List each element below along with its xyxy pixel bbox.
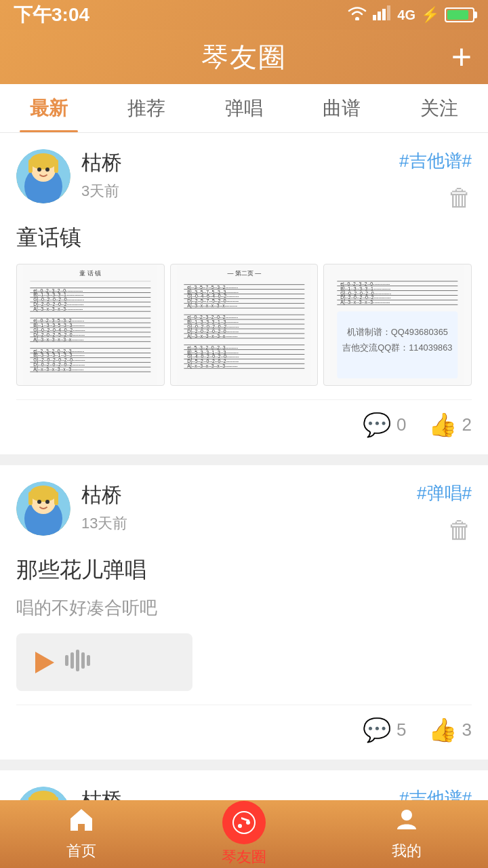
comment-icon: 💬 bbox=[363, 411, 391, 438]
svg-rect-103 bbox=[28, 492, 33, 505]
tab-bar: 最新 推荐 弹唱 曲谱 关注 bbox=[0, 84, 488, 133]
play-button[interactable] bbox=[35, 652, 54, 673]
svg-rect-9 bbox=[28, 159, 33, 173]
post-2-username[interactable]: 枯桥 bbox=[81, 481, 417, 509]
svg-rect-104 bbox=[54, 492, 58, 505]
post-1-footer: 💬 0 👍 2 bbox=[16, 399, 472, 438]
comment-icon-2: 💬 bbox=[363, 716, 391, 743]
svg-point-136 bbox=[233, 812, 255, 833]
status-time: 下午3:04 bbox=[14, 2, 89, 28]
signal-icon bbox=[373, 5, 392, 24]
post-2-time: 13天前 bbox=[81, 513, 417, 534]
person-icon bbox=[394, 808, 419, 838]
post-1-delete[interactable]: 🗑 bbox=[447, 184, 472, 212]
post-1-comments[interactable]: 💬 0 bbox=[363, 411, 406, 438]
svg-text:A|--3--x--3--x--3--x--------: A|--3--x--3--x--3--x-------- bbox=[33, 337, 83, 342]
sheet-img-2[interactable]: — 第二页 — e|--3--5--7--5--3--2-------- B|-… bbox=[170, 264, 319, 386]
tab-play[interactable]: 弹唱 bbox=[195, 84, 293, 132]
avatar-1[interactable] bbox=[16, 149, 70, 203]
svg-text:A|--3--x--3--x--3-----------: A|--3--x--3--x--3----------- bbox=[341, 300, 390, 305]
svg-rect-2 bbox=[378, 12, 381, 20]
post-2-user-info: 枯桥 13天前 bbox=[81, 481, 417, 534]
svg-rect-107 bbox=[65, 655, 68, 666]
sheet-img-1[interactable]: 童 话 镇 e|--0--2--3--2--0----------- B|--1… bbox=[16, 264, 165, 386]
svg-rect-110 bbox=[81, 652, 85, 669]
svg-rect-109 bbox=[76, 650, 79, 671]
post-1-tag[interactable]: #吉他谱# bbox=[399, 149, 472, 173]
post-2-footer: 💬 5 👍 3 bbox=[16, 705, 472, 743]
nav-circle[interactable]: 琴友圈 bbox=[163, 801, 325, 867]
post-1-time: 3天前 bbox=[81, 181, 399, 201]
post-2-delete[interactable]: 🗑 bbox=[447, 516, 472, 545]
wifi-icon bbox=[347, 5, 367, 24]
svg-rect-108 bbox=[70, 652, 74, 669]
tab-score[interactable]: 曲谱 bbox=[293, 84, 390, 132]
svg-point-105 bbox=[37, 500, 41, 504]
post-1: 枯桥 3天前 #吉他谱# 🗑 童话镇 童 话 镇 bbox=[0, 133, 488, 454]
lightning-icon: ⚡ bbox=[421, 6, 439, 24]
circle-music-icon bbox=[232, 810, 256, 835]
feed: 枯桥 3天前 #吉他谱# 🗑 童话镇 童 话 镇 bbox=[0, 133, 488, 868]
circle-icon-container bbox=[222, 801, 266, 844]
nav-home-label: 首页 bbox=[66, 841, 96, 861]
svg-rect-111 bbox=[87, 655, 90, 666]
post-2: 枯桥 13天前 #弹唱# 🗑 那些花儿弹唱 唱的不好凑合听吧 bbox=[0, 465, 488, 760]
tab-recommend[interactable]: 推荐 bbox=[98, 84, 195, 132]
svg-rect-1 bbox=[373, 15, 376, 20]
bottom-nav: 首页 琴友圈 我的 bbox=[0, 800, 488, 868]
svg-rect-4 bbox=[387, 5, 390, 20]
svg-text:机谱制谱：QQ493680365: 机谱制谱：QQ493680365 bbox=[347, 327, 448, 337]
svg-text:吉他交流QQ群：114039863: 吉他交流QQ群：114039863 bbox=[343, 342, 453, 353]
post-1-username[interactable]: 枯桥 bbox=[81, 149, 399, 177]
svg-text:童 话 镇: 童 话 镇 bbox=[79, 270, 101, 277]
svg-point-139 bbox=[401, 810, 412, 821]
post-2-tag[interactable]: #弹唱# bbox=[417, 481, 472, 505]
nav-circle-label: 琴友圈 bbox=[222, 847, 266, 867]
sheet-img-3[interactable]: e|--0--2--3--2--0----------- B|--1--3--3… bbox=[323, 264, 472, 386]
post-2-subtitle: 唱的不好凑合听吧 bbox=[16, 596, 472, 620]
svg-point-0 bbox=[355, 17, 359, 20]
svg-point-11 bbox=[37, 167, 41, 172]
svg-point-8 bbox=[30, 153, 57, 170]
nav-mine[interactable]: 我的 bbox=[325, 808, 488, 861]
post-2-title[interactable]: 那些花儿弹唱 bbox=[16, 555, 472, 585]
post-1-comment-count: 0 bbox=[396, 414, 406, 435]
home-icon bbox=[68, 808, 95, 838]
tab-follow[interactable]: 关注 bbox=[390, 84, 488, 132]
post-1-like-count: 2 bbox=[462, 414, 472, 435]
post-2-like-count: 3 bbox=[462, 719, 472, 741]
like-icon-2: 👍 bbox=[428, 716, 457, 743]
post-1-likes[interactable]: 👍 2 bbox=[428, 411, 472, 438]
svg-text:A|--x--3--x--3--x--3--------: A|--x--3--x--3--x--3-------- bbox=[33, 367, 83, 372]
status-right: 4G ⚡ bbox=[347, 5, 474, 24]
svg-text:A|--x--3--x--3--x--3--------: A|--x--3--x--3--x--3-------- bbox=[187, 363, 237, 369]
network-type: 4G bbox=[397, 7, 415, 23]
status-bar: 下午3:04 4G ⚡ bbox=[0, 0, 488, 30]
svg-rect-10 bbox=[54, 159, 58, 173]
svg-point-12 bbox=[45, 167, 49, 172]
avatar-2[interactable] bbox=[16, 481, 70, 536]
svg-text:A|--3--x--3--x--3--x--------: A|--3--x--3--x--3--x-------- bbox=[187, 334, 237, 339]
add-button[interactable]: + bbox=[451, 39, 472, 75]
post-1-title[interactable]: 童话镇 bbox=[16, 223, 472, 253]
post-2-comment-count: 5 bbox=[396, 719, 406, 741]
svg-point-137 bbox=[238, 824, 242, 828]
nav-mine-label: 我的 bbox=[392, 841, 422, 861]
like-icon: 👍 bbox=[428, 411, 457, 438]
nav-home[interactable]: 首页 bbox=[0, 808, 163, 861]
svg-text:— 第二页 —: — 第二页 — bbox=[227, 270, 261, 277]
tab-latest[interactable]: 最新 bbox=[0, 84, 98, 132]
svg-text:A|--3--x--x--x--3--x--------: A|--3--x--x--x--3--x-------- bbox=[187, 303, 237, 309]
svg-text:A|--3--x--3--x--3-----------: A|--3--x--3--x--3----------- bbox=[33, 307, 83, 312]
svg-point-102 bbox=[30, 486, 57, 502]
sound-waves-icon bbox=[65, 647, 92, 677]
app-header: 琴友圈 + bbox=[0, 30, 488, 84]
battery-icon bbox=[445, 7, 474, 22]
post-2-comments[interactable]: 💬 5 bbox=[363, 716, 406, 743]
svg-rect-3 bbox=[382, 9, 386, 20]
svg-point-106 bbox=[45, 500, 49, 504]
audio-player[interactable] bbox=[16, 633, 192, 691]
post-1-user-info: 枯桥 3天前 bbox=[81, 149, 399, 201]
app-title: 琴友圈 bbox=[201, 39, 287, 76]
post-2-likes[interactable]: 👍 3 bbox=[428, 716, 472, 743]
